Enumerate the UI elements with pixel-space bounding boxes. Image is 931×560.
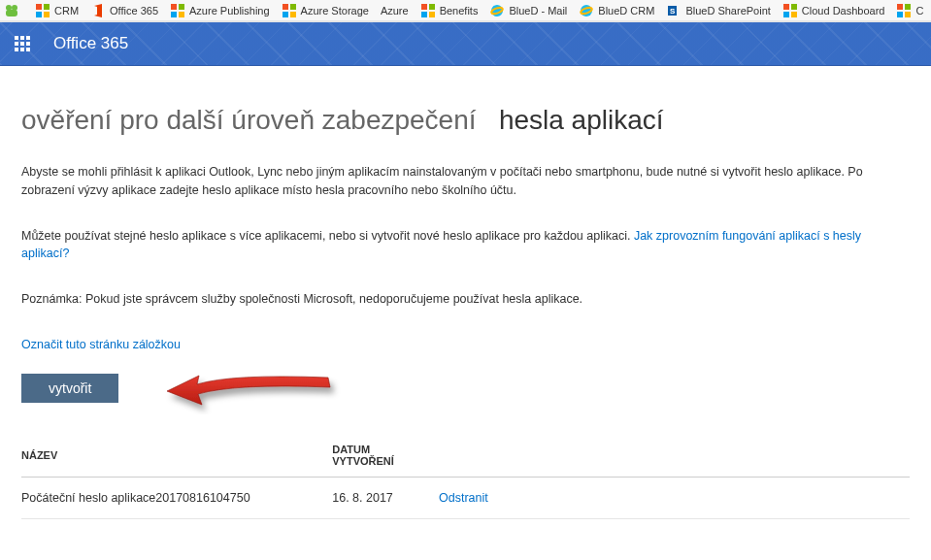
svg-rect-33 [905, 12, 911, 17]
ms4-icon [282, 3, 297, 18]
svg-rect-6 [44, 12, 50, 17]
frog-icon [4, 3, 19, 18]
bookmark-item[interactable]: CRM [35, 3, 79, 18]
svg-rect-19 [429, 12, 435, 17]
create-button[interactable]: vytvořit [21, 374, 118, 403]
bookmark-item[interactable]: Azure Storage [282, 3, 369, 18]
bookmark-item[interactable]: BlueD - Mail [489, 3, 567, 18]
o365-header: Office 365 [0, 22, 931, 66]
cell-name: Počáteční heslo aplikace20170816104750 [21, 477, 332, 518]
page-title-accent: hesla aplikací [499, 105, 664, 135]
svg-rect-16 [421, 4, 427, 10]
svg-rect-15 [290, 12, 296, 17]
svg-rect-10 [171, 12, 177, 17]
bookmark-item[interactable] [4, 3, 23, 18]
svg-rect-17 [429, 4, 435, 10]
ms4-icon [782, 3, 798, 18]
bookmark-item[interactable]: Cloud Dashboard [782, 3, 885, 18]
table-row: Počáteční heslo aplikace20170816104750 1… [21, 477, 910, 518]
svg-marker-7 [94, 4, 102, 17]
svg-rect-12 [283, 4, 288, 10]
bookmark-item[interactable]: Azure [381, 5, 409, 16]
bookmark-label: C [915, 5, 923, 16]
bookmark-item[interactable]: S BlueD SharePoint [666, 3, 770, 18]
waffle-icon [15, 36, 30, 51]
bookmark-label: Cloud Dashboard [802, 5, 885, 16]
bookmark-item[interactable]: Office 365 [90, 3, 158, 18]
ie-icon [489, 3, 505, 18]
bookmark-label: Azure [381, 5, 409, 16]
brand-label: Office 365 [53, 34, 128, 53]
cell-date: 16. 8. 2017 [332, 477, 439, 518]
bookmark-label: Benefits [440, 5, 479, 16]
office-icon [90, 3, 106, 18]
svg-rect-29 [791, 12, 797, 17]
bookmark-label: CRM [54, 5, 79, 16]
paragraph-text: Můžete používat stejné heslo aplikace s … [21, 229, 634, 243]
ms4-icon [170, 3, 185, 18]
admin-note: Poznámka: Pokud jste správcem služby spo… [21, 290, 910, 309]
ms4-icon [35, 3, 50, 18]
bookmark-page-link[interactable]: Označit tuto stránku záložkou [21, 338, 181, 351]
col-name: NÁZEV [21, 434, 332, 478]
svg-rect-13 [290, 4, 296, 10]
annotation-arrow-icon [163, 368, 343, 414]
svg-rect-27 [791, 4, 797, 10]
svg-rect-28 [783, 12, 789, 17]
svg-rect-18 [421, 12, 427, 17]
table-header-row: NÁZEV DATUM VYTVOŘENÍ [21, 434, 910, 478]
bookmark-label: Office 365 [110, 5, 158, 16]
ie-icon [579, 3, 594, 18]
col-actions [439, 434, 910, 478]
bookmark-label: BlueD SharePoint [685, 5, 770, 16]
bookmark-item[interactable]: BlueD CRM [579, 3, 654, 18]
svg-rect-3 [36, 4, 42, 10]
svg-rect-26 [783, 4, 789, 10]
page-title: ověření pro další úroveň zabezpečení hes… [21, 105, 910, 136]
bookmark-label: Azure Publishing [189, 5, 270, 16]
ms4-icon [896, 3, 912, 18]
col-date: DATUM VYTVOŘENÍ [332, 434, 439, 478]
bookmark-label: BlueD CRM [598, 5, 654, 16]
svg-rect-5 [36, 12, 42, 17]
svg-rect-31 [905, 4, 911, 10]
bookmark-label: BlueD - Mail [509, 5, 567, 16]
svg-rect-9 [179, 4, 184, 10]
delete-link[interactable]: Odstranit [439, 491, 488, 505]
svg-rect-30 [897, 4, 903, 10]
page-content: ověření pro další úroveň zabezpečení hes… [0, 66, 931, 548]
bookmark-item[interactable]: Benefits [420, 3, 479, 18]
svg-text:S: S [670, 7, 676, 16]
cell-action: Odstranit [439, 477, 910, 518]
intro-paragraph-2: Můžete používat stejné heslo aplikace s … [21, 227, 910, 264]
app-launcher-button[interactable] [0, 22, 44, 66]
svg-rect-11 [179, 12, 184, 17]
bookmark-item[interactable]: C [896, 3, 923, 18]
svg-rect-4 [44, 4, 50, 10]
intro-paragraph-1: Abyste se mohli přihlásit k aplikaci Out… [21, 163, 910, 200]
create-row: vytvořit [21, 374, 910, 422]
page-title-light: ověření pro další úroveň zabezpečení [21, 105, 477, 135]
ms4-icon [420, 3, 436, 18]
svg-rect-2 [6, 10, 17, 16]
bookmark-item[interactable]: Azure Publishing [170, 3, 270, 18]
svg-rect-8 [171, 4, 177, 10]
svg-rect-14 [283, 12, 288, 17]
sharepoint-icon: S [666, 3, 682, 18]
app-passwords-table: NÁZEV DATUM VYTVOŘENÍ Počáteční heslo ap… [21, 434, 910, 519]
browser-bookmarks-bar: CRM Office 365 Azure Publishing Azure St… [0, 0, 931, 22]
bookmark-label: Azure Storage [301, 5, 369, 16]
svg-rect-32 [897, 12, 903, 17]
